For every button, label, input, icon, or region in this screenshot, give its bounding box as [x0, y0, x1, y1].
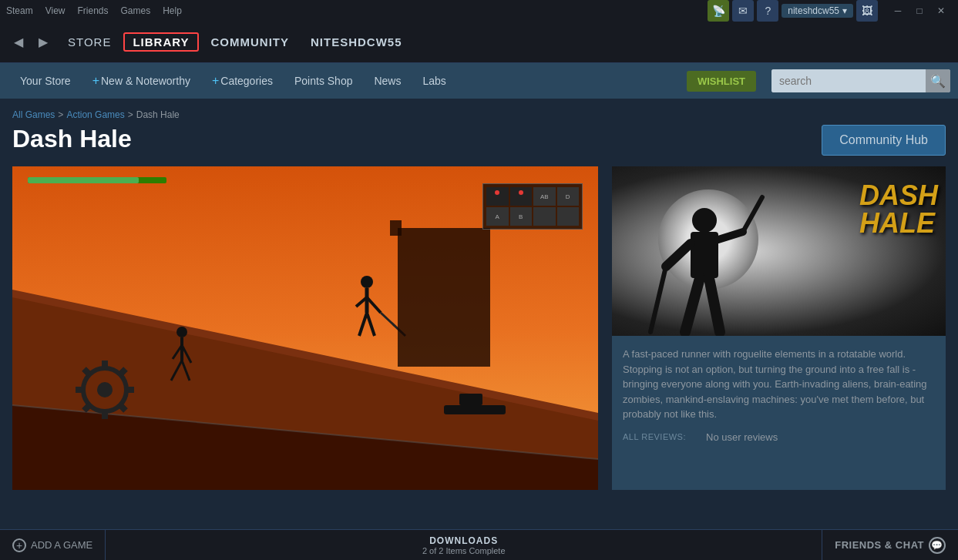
downloads-label: DOWNLOADS	[429, 535, 498, 546]
svg-rect-28	[398, 228, 490, 367]
store-nav-new-noteworthy[interactable]: + New & Noteworthy	[82, 63, 201, 99]
main-navbar: ◀ ▶ STORE LIBRARY COMMUNITY NITESHDCW55	[0, 22, 958, 63]
svg-line-35	[718, 232, 743, 240]
page-content: All Games > Action Games > Dash Hale Das…	[0, 99, 958, 490]
svg-line-26	[120, 405, 126, 411]
game-screenshot: AB D A B	[12, 166, 598, 490]
window-controls: ─ □ ✕	[887, 0, 952, 22]
breadcrumb-all-games[interactable]: All Games	[12, 109, 55, 120]
add-game-icon: +	[12, 538, 26, 552]
screenshot-icon[interactable]: 🖼	[856, 0, 878, 22]
menu-games[interactable]: Games	[121, 5, 151, 16]
svg-line-34	[666, 243, 691, 267]
svg-point-32	[692, 208, 717, 233]
game-art-title: DASHHALE	[859, 182, 938, 237]
store-nav-categories-label: Categories	[220, 75, 273, 87]
game-title: Dash Hale	[12, 125, 132, 153]
svg-rect-30	[444, 405, 506, 414]
store-nav-your-store[interactable]: Your Store	[9, 63, 82, 99]
svg-line-27	[84, 405, 89, 411]
minimize-button[interactable]: ─	[887, 0, 909, 22]
store-navbar: Your Store + New & Noteworthy + Categori…	[0, 63, 958, 99]
menu-help[interactable]: Help	[163, 5, 182, 16]
nav-username[interactable]: NITESHDCW55	[301, 32, 412, 52]
username-label: niteshdcw55	[788, 5, 839, 16]
close-button[interactable]: ✕	[930, 0, 952, 22]
health-bar	[28, 177, 166, 183]
friends-chat-icon: 💬	[929, 537, 946, 554]
hud-cell-1	[486, 187, 509, 206]
menu-steam[interactable]: Steam	[6, 5, 33, 16]
downloads-status: 2 of 2 Items Complete	[422, 546, 506, 555]
svg-line-37	[709, 278, 720, 332]
store-nav-new-noteworthy-label: New & Noteworthy	[101, 75, 190, 87]
hud-cell-5: A	[486, 207, 509, 226]
bottom-bar: + ADD A GAME DOWNLOADS 2 of 2 Items Comp…	[0, 529, 958, 560]
reviews-label: ALL REVIEWS:	[623, 432, 700, 441]
user-badge[interactable]: niteshdcw55 ▾	[782, 4, 853, 18]
add-game-button[interactable]: + ADD A GAME	[0, 530, 106, 560]
menu-view[interactable]: View	[45, 5, 66, 16]
warrior-silhouette	[643, 182, 766, 336]
downloads-section: DOWNLOADS 2 of 2 Items Complete	[106, 535, 822, 555]
svg-point-5	[361, 276, 373, 288]
search-wrap: 🔍	[771, 69, 950, 92]
store-nav-labs[interactable]: Labs	[412, 63, 456, 99]
svg-point-19	[97, 382, 113, 397]
menu-friends[interactable]: Friends	[77, 5, 108, 16]
svg-line-24	[120, 369, 126, 374]
broadcast-icon[interactable]: 📡	[708, 0, 729, 22]
svg-rect-31	[459, 394, 482, 405]
right-panel: DASHHALE A fast-paced runner with roguel…	[612, 166, 946, 490]
breadcrumb-sep-2: >	[128, 109, 133, 120]
store-nav-items: Your Store + New & Noteworthy + Categori…	[9, 63, 679, 99]
main-section: AB D A B	[12, 166, 946, 490]
breadcrumb-sep-1: >	[58, 109, 63, 120]
svg-rect-33	[691, 232, 718, 278]
plus-icon-1: +	[92, 74, 99, 88]
titlebar-menu: Steam View Friends Games Help	[6, 5, 182, 16]
community-hub-button[interactable]: Community Hub	[822, 125, 946, 156]
breadcrumb-current: Dash Hale	[136, 109, 180, 120]
svg-line-36	[685, 278, 700, 332]
hud-cell-3: AB	[533, 187, 556, 206]
store-nav-categories[interactable]: + Categories	[201, 63, 284, 99]
hud-cell-8	[557, 207, 580, 226]
nav-community[interactable]: COMMUNITY	[202, 32, 299, 52]
svg-line-39	[743, 197, 762, 232]
nav-library[interactable]: LIBRARY	[123, 32, 198, 52]
dropdown-arrow-icon: ▾	[842, 5, 847, 16]
store-nav-news[interactable]: News	[363, 63, 412, 99]
hud-cell-6: B	[510, 207, 533, 226]
hud-cell-7	[533, 207, 556, 226]
add-game-label: ADD A GAME	[31, 539, 92, 551]
message-icon[interactable]: ✉	[732, 0, 754, 22]
forward-button[interactable]: ▶	[34, 33, 52, 52]
svg-line-25	[84, 369, 89, 374]
game-description: A fast-paced runner with roguelite eleme…	[623, 347, 935, 422]
titlebar-right: 📡 ✉ ? niteshdcw55 ▾ 🖼 ─ □ ✕	[708, 0, 952, 22]
maximize-button[interactable]: □	[909, 0, 930, 22]
friends-chat-inner: FRIENDS & CHAT 💬	[835, 537, 946, 554]
hud-minimap: AB D A B	[482, 183, 583, 230]
nav-store[interactable]: STORE	[59, 32, 120, 52]
titlebar: Steam View Friends Games Help 📡 ✉ ? nite…	[0, 0, 958, 22]
title-row: Dash Hale Community Hub	[12, 125, 946, 156]
svg-point-12	[176, 327, 187, 337]
hud-cell-2	[510, 187, 533, 206]
store-nav-points-shop[interactable]: Points Shop	[284, 63, 364, 99]
search-input[interactable]	[771, 69, 926, 92]
breadcrumb-action-games[interactable]: Action Games	[66, 109, 124, 120]
back-button[interactable]: ◀	[9, 33, 28, 52]
breadcrumb: All Games > Action Games > Dash Hale	[12, 109, 946, 120]
plus-icon-2: +	[212, 74, 219, 88]
search-button[interactable]: 🔍	[926, 69, 950, 92]
game-art: DASHHALE	[612, 166, 946, 336]
friends-chat-label: FRIENDS & CHAT	[835, 539, 924, 551]
svg-rect-29	[390, 220, 402, 236]
svg-line-38	[650, 267, 666, 332]
wishlist-button[interactable]: WISHLIST	[687, 71, 756, 92]
reviews-value: No user reviews	[706, 431, 778, 443]
help-icon[interactable]: ?	[757, 0, 778, 22]
friends-chat-button[interactable]: FRIENDS & CHAT 💬	[822, 530, 958, 560]
